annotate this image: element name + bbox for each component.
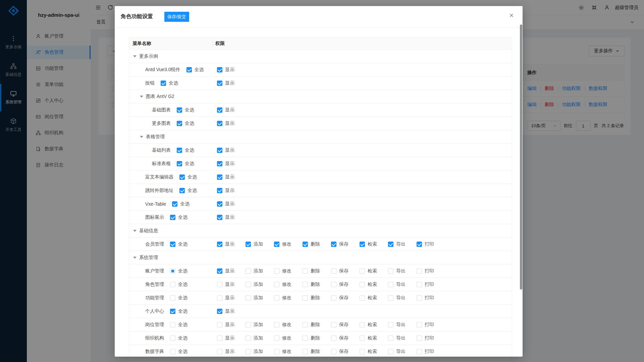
permission-checkbox[interactable] bbox=[274, 322, 279, 327]
select-all-label: 全选 bbox=[178, 214, 187, 220]
permission-label: 添加 bbox=[254, 349, 263, 355]
select-all-checkbox[interactable] bbox=[170, 268, 175, 274]
permission-checkbox[interactable] bbox=[217, 188, 222, 193]
permission-checkbox[interactable] bbox=[360, 268, 365, 274]
permission-checkbox[interactable] bbox=[417, 335, 422, 341]
permission-checkbox[interactable] bbox=[417, 282, 422, 287]
permission-checkbox[interactable] bbox=[246, 242, 251, 247]
select-all-checkbox[interactable] bbox=[177, 121, 182, 126]
permission-checkbox[interactable] bbox=[217, 67, 222, 72]
permission-checkbox[interactable] bbox=[217, 161, 222, 166]
permission-checkbox[interactable] bbox=[246, 349, 251, 354]
select-all-checkbox[interactable] bbox=[170, 282, 175, 287]
permission-checkbox[interactable] bbox=[217, 148, 222, 153]
select-all-checkbox[interactable] bbox=[170, 349, 175, 354]
permission-checkbox[interactable] bbox=[246, 295, 251, 301]
select-all-checkbox[interactable] bbox=[170, 309, 175, 314]
select-all-checkbox[interactable] bbox=[170, 295, 175, 301]
permission-checkbox[interactable] bbox=[388, 268, 393, 274]
permission-checkbox[interactable] bbox=[246, 335, 251, 341]
select-all-checkbox[interactable] bbox=[161, 81, 166, 86]
permission-checkbox[interactable] bbox=[274, 349, 279, 354]
select-all-checkbox[interactable] bbox=[179, 188, 185, 193]
permission-checkbox[interactable] bbox=[303, 335, 308, 341]
select-all-checkbox[interactable] bbox=[170, 242, 175, 247]
permission-checkbox[interactable] bbox=[360, 282, 365, 287]
permission-checkbox[interactable] bbox=[217, 107, 222, 113]
permission-checkbox[interactable] bbox=[217, 295, 222, 301]
permission-checkbox[interactable] bbox=[246, 322, 251, 327]
permission-checkbox[interactable] bbox=[331, 282, 336, 287]
select-all-checkbox[interactable] bbox=[177, 148, 182, 153]
permission-item: 修改 bbox=[274, 335, 291, 341]
permission-checkbox[interactable] bbox=[246, 268, 251, 274]
save-submit-button[interactable]: 保存/提交 bbox=[164, 12, 189, 22]
permission-checkbox[interactable] bbox=[303, 295, 308, 301]
permission-checkbox[interactable] bbox=[217, 335, 222, 341]
select-all-checkbox[interactable] bbox=[170, 335, 175, 341]
permission-checkbox[interactable] bbox=[388, 295, 393, 301]
permission-label: 删除 bbox=[311, 241, 320, 247]
collapse-caret-icon[interactable] bbox=[133, 230, 137, 232]
permission-checkbox[interactable] bbox=[417, 295, 422, 301]
permission-checkbox[interactable] bbox=[274, 242, 279, 247]
permission-checkbox[interactable] bbox=[303, 322, 308, 327]
permission-checkbox[interactable] bbox=[217, 309, 222, 314]
collapse-caret-icon[interactable] bbox=[133, 257, 137, 259]
collapse-caret-icon[interactable] bbox=[133, 55, 137, 57]
select-all-checkbox[interactable] bbox=[179, 174, 185, 180]
permission-checkbox[interactable] bbox=[217, 174, 222, 180]
permission-label: 显示 bbox=[225, 120, 234, 126]
permission-checkbox[interactable] bbox=[274, 282, 279, 287]
collapse-caret-icon[interactable] bbox=[140, 96, 143, 98]
permission-checkbox[interactable] bbox=[217, 322, 222, 327]
permission-checkbox[interactable] bbox=[331, 322, 336, 327]
permission-checkbox[interactable] bbox=[217, 268, 222, 274]
close-icon[interactable]: ✕ bbox=[509, 13, 514, 18]
select-all-checkbox[interactable] bbox=[170, 322, 175, 327]
permission-checkbox[interactable] bbox=[331, 295, 336, 301]
permission-checkbox[interactable] bbox=[388, 282, 393, 287]
permission-checkbox[interactable] bbox=[417, 349, 422, 354]
permission-checkbox[interactable] bbox=[274, 335, 279, 341]
select-all-checkbox[interactable] bbox=[186, 67, 192, 72]
permission-checkbox[interactable] bbox=[360, 242, 365, 247]
permission-checkbox[interactable] bbox=[331, 335, 336, 341]
permission-checkbox[interactable] bbox=[388, 335, 393, 341]
permission-checkbox[interactable] bbox=[217, 201, 222, 207]
permission-checkbox[interactable] bbox=[388, 322, 393, 327]
permission-checkbox[interactable] bbox=[303, 282, 308, 287]
collapse-caret-icon[interactable] bbox=[140, 136, 143, 138]
permission-checkbox[interactable] bbox=[303, 349, 308, 354]
permission-checkbox[interactable] bbox=[331, 349, 336, 354]
select-all-checkbox[interactable] bbox=[170, 215, 175, 220]
select-all-checkbox[interactable] bbox=[177, 107, 182, 113]
permission-checkbox[interactable] bbox=[217, 349, 222, 354]
permission-checkbox[interactable] bbox=[388, 242, 393, 247]
permission-checkbox[interactable] bbox=[217, 215, 222, 220]
permission-checkbox[interactable] bbox=[217, 282, 222, 287]
permission-checkbox[interactable] bbox=[388, 349, 393, 354]
select-all-checkbox[interactable] bbox=[177, 161, 182, 166]
permission-checkbox[interactable] bbox=[360, 295, 365, 301]
permission-checkbox[interactable] bbox=[274, 295, 279, 301]
permission-checkbox[interactable] bbox=[417, 268, 422, 274]
permission-row: 标准表格全选显示 bbox=[129, 157, 512, 170]
permission-checkbox[interactable] bbox=[360, 349, 365, 354]
modal-scrollbar-thumb[interactable] bbox=[520, 24, 522, 290]
select-all-checkbox[interactable] bbox=[172, 201, 177, 207]
permission-checkbox[interactable] bbox=[274, 268, 279, 274]
permission-checkbox[interactable] bbox=[217, 81, 222, 86]
menu-name-cell: 账户管理全选 bbox=[129, 268, 212, 274]
permission-checkbox[interactable] bbox=[331, 268, 336, 274]
permission-checkbox[interactable] bbox=[303, 242, 308, 247]
permission-checkbox[interactable] bbox=[360, 322, 365, 327]
permission-checkbox[interactable] bbox=[360, 335, 365, 341]
permission-checkbox[interactable] bbox=[417, 322, 422, 327]
permission-checkbox[interactable] bbox=[217, 121, 222, 126]
permission-checkbox[interactable] bbox=[246, 282, 251, 287]
permission-checkbox[interactable] bbox=[331, 242, 336, 247]
permission-checkbox[interactable] bbox=[417, 242, 422, 247]
permission-checkbox[interactable] bbox=[217, 242, 222, 247]
permission-checkbox[interactable] bbox=[303, 268, 308, 274]
